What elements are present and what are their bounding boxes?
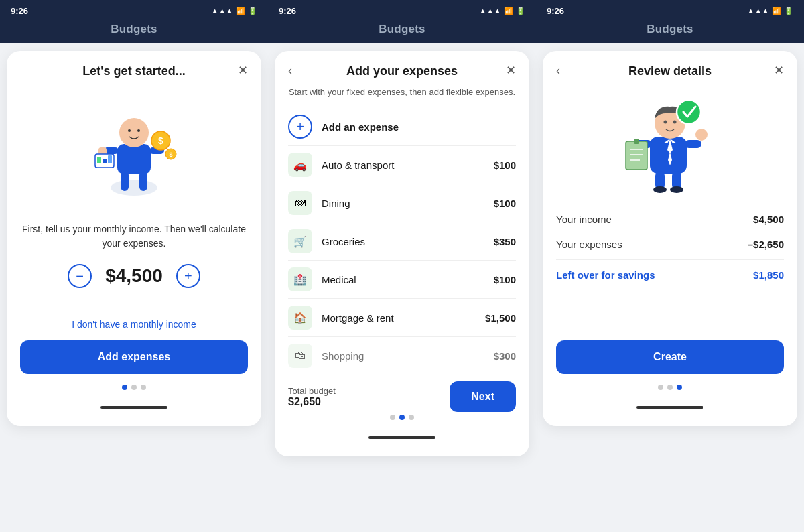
status-icons-1: ▲▲▲ 📶 🔋 bbox=[211, 7, 257, 15]
review-savings-value: $1,850 bbox=[753, 269, 784, 281]
back-button-3[interactable]: ‹ bbox=[556, 64, 560, 76]
phone-content-3: ‹ Review details ✕ bbox=[536, 43, 804, 532]
savings-review-row: Left over for savings $1,850 bbox=[556, 263, 784, 287]
back-button-2[interactable]: ‹ bbox=[288, 64, 292, 76]
dot-1-active bbox=[122, 385, 127, 390]
create-button[interactable]: Create bbox=[556, 340, 784, 374]
battery-icon-3: 🔋 bbox=[784, 7, 793, 15]
time-1: 9:26 bbox=[11, 6, 28, 16]
pagination-dots-3 bbox=[556, 385, 784, 390]
expense-amount-4: $1,500 bbox=[485, 312, 516, 324]
dining-icon: 🍽 bbox=[288, 191, 312, 215]
review-income-label: Your income bbox=[556, 214, 612, 225]
svg-point-26 bbox=[670, 186, 683, 193]
add-expense-label: Add an expense bbox=[322, 121, 399, 133]
panel-1: 9:26 ▲▲▲ 📶 🔋 Budgets Let's get started..… bbox=[0, 0, 268, 532]
svg-rect-30 bbox=[626, 141, 647, 170]
dot-3-2 bbox=[667, 385, 673, 390]
bottom-bar-2: Total budget $2,650 Next bbox=[288, 381, 516, 412]
review-expenses-label: Your expenses bbox=[556, 239, 622, 250]
dot-2-active bbox=[399, 415, 405, 420]
dot-1-3 bbox=[141, 385, 146, 390]
increase-button[interactable]: + bbox=[176, 264, 200, 288]
medical-icon: 🏥 bbox=[288, 267, 312, 291]
groceries-icon: 🛒 bbox=[288, 229, 312, 253]
expense-amount-3: $100 bbox=[494, 274, 516, 285]
dot-2-1 bbox=[390, 415, 395, 420]
svg-rect-18 bbox=[650, 137, 687, 174]
svg-point-9 bbox=[137, 129, 140, 132]
svg-rect-12 bbox=[103, 159, 107, 163]
time-3: 9:26 bbox=[547, 6, 564, 16]
card-2: ‹ Add your expenses ✕ Start with your fi… bbox=[275, 51, 529, 456]
total-budget-value: $2,650 bbox=[288, 396, 336, 408]
nav-bar-3: Budgets bbox=[536, 19, 804, 43]
close-button-3[interactable]: ✕ bbox=[774, 64, 784, 76]
status-bar-2: 9:26 ▲▲▲ 📶 🔋 bbox=[268, 0, 536, 19]
panel-2: 9:26 ▲▲▲ 📶 🔋 Budgets ‹ Add your expenses… bbox=[268, 0, 536, 532]
mortgage-icon: 🏠 bbox=[288, 306, 312, 330]
svg-point-7 bbox=[119, 118, 149, 147]
close-button-2[interactable]: ✕ bbox=[506, 64, 516, 76]
next-button[interactable]: Next bbox=[450, 381, 516, 412]
app-title-2: Budgets bbox=[379, 23, 425, 36]
dot-3-1 bbox=[658, 385, 663, 390]
panel1-illustration: $ $ bbox=[20, 86, 248, 222]
review-svg bbox=[616, 93, 724, 194]
home-bar-2 bbox=[368, 436, 436, 439]
card-1: Let's get started... ✕ bbox=[7, 51, 261, 426]
expenses-review-row: Your expenses –$2,650 bbox=[556, 232, 784, 257]
no-income-link[interactable]: I don't have a monthly income bbox=[20, 319, 248, 330]
expense-name-4: Mortgage & rent bbox=[322, 312, 476, 324]
expense-item-2[interactable]: 🛒 Groceries $350 bbox=[288, 222, 516, 261]
total-budget: Total budget $2,650 bbox=[288, 386, 336, 408]
svg-point-37 bbox=[673, 121, 677, 124]
status-bar-1: 9:26 ▲▲▲ 📶 🔋 bbox=[0, 0, 268, 19]
phone-content-2: ‹ Add your expenses ✕ Start with your fi… bbox=[268, 43, 536, 532]
illustration-svg-1: $ $ bbox=[80, 107, 188, 201]
svg-text:$: $ bbox=[169, 151, 172, 158]
income-row: − $4,500 + bbox=[20, 264, 248, 288]
expense-item-1[interactable]: 🍽 Dining $100 bbox=[288, 184, 516, 222]
income-value: $4,500 bbox=[105, 265, 163, 287]
expenses-list: + Add an expense 🚗 Auto & transport $100… bbox=[288, 108, 516, 375]
add-expense-icon: + bbox=[288, 115, 312, 139]
add-expense-row[interactable]: + Add an expense bbox=[288, 108, 516, 146]
expense-amount-5: $300 bbox=[494, 350, 516, 362]
home-indicator-3 bbox=[556, 395, 784, 415]
income-review-row: Your income $4,500 bbox=[556, 207, 784, 232]
svg-rect-13 bbox=[108, 155, 112, 163]
expense-item-3[interactable]: 🏥 Medical $100 bbox=[288, 261, 516, 299]
expense-name-2: Groceries bbox=[322, 236, 484, 247]
auto-transport-icon: 🚗 bbox=[288, 153, 312, 177]
home-indicator-2 bbox=[288, 425, 516, 446]
close-button-1[interactable]: ✕ bbox=[238, 64, 248, 76]
card-3: ‹ Review details ✕ bbox=[543, 51, 797, 426]
svg-point-8 bbox=[128, 129, 131, 132]
expense-name-0: Auto & transport bbox=[322, 159, 484, 171]
nav-bar-1: Budgets bbox=[0, 19, 268, 43]
svg-point-0 bbox=[111, 180, 157, 196]
svg-point-36 bbox=[664, 121, 667, 124]
svg-rect-3 bbox=[117, 144, 151, 174]
svg-rect-11 bbox=[97, 157, 101, 163]
svg-point-25 bbox=[653, 186, 667, 193]
card-header-1: Let's get started... ✕ bbox=[20, 64, 248, 78]
add-expenses-button[interactable]: Add expenses bbox=[20, 340, 248, 374]
expense-name-5: Shopping bbox=[322, 350, 484, 362]
home-indicator-1 bbox=[20, 395, 248, 415]
card-title-2: Add your expenses bbox=[346, 64, 458, 78]
expense-item-5[interactable]: 🛍 Shopping $300 bbox=[288, 337, 516, 375]
card-header-3: ‹ Review details ✕ bbox=[556, 64, 784, 78]
wifi-icon-1: 📶 bbox=[236, 7, 245, 15]
panel-3: 9:26 ▲▲▲ 📶 🔋 Budgets ‹ Review details ✕ bbox=[536, 0, 804, 532]
expense-item-4[interactable]: 🏠 Mortgage & rent $1,500 bbox=[288, 299, 516, 337]
status-icons-3: ▲▲▲ 📶 🔋 bbox=[747, 7, 793, 15]
panel1-description: First, tell us your monthly income. Then… bbox=[20, 222, 248, 251]
shopping-icon: 🛍 bbox=[288, 344, 312, 368]
expense-item-0[interactable]: 🚗 Auto & transport $100 bbox=[288, 146, 516, 184]
svg-point-29 bbox=[695, 129, 708, 141]
dot-1-2 bbox=[131, 385, 137, 390]
decrease-button[interactable]: − bbox=[68, 264, 92, 288]
expense-name-3: Medical bbox=[322, 274, 484, 285]
